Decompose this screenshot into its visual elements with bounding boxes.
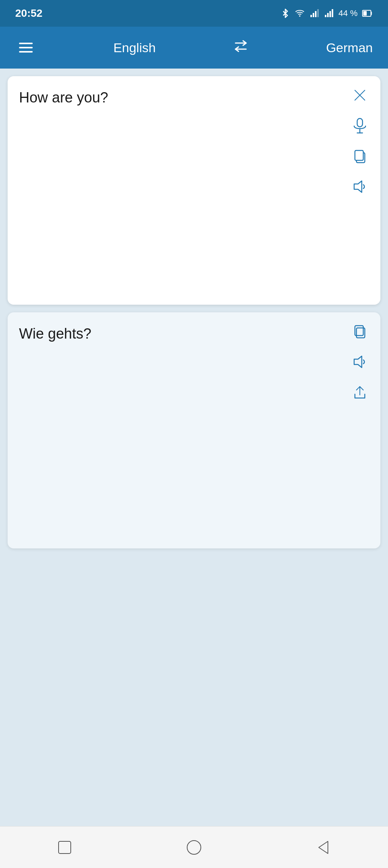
result-card: Wie gehts?: [8, 312, 380, 548]
status-bar: 20:52 44 %: [0, 0, 388, 27]
swap-languages-button[interactable]: [232, 38, 249, 58]
svg-rect-1: [310, 15, 312, 17]
copy-source-button[interactable]: [350, 146, 370, 166]
svg-marker-18: [354, 181, 362, 192]
svg-rect-13: [357, 118, 363, 127]
battery-icon: [362, 9, 373, 18]
nav-bar: [0, 826, 388, 868]
svg-rect-3: [315, 11, 316, 17]
wifi-icon: [294, 9, 305, 18]
main-content: How are you?: [0, 69, 388, 826]
svg-rect-2: [313, 13, 314, 17]
signal2-icon: [324, 9, 334, 18]
microphone-button[interactable]: [350, 116, 370, 136]
svg-point-0: [299, 16, 300, 17]
svg-rect-6: [327, 13, 329, 17]
source-card: How are you?: [8, 76, 380, 305]
speak-source-button[interactable]: [350, 177, 370, 197]
back-button[interactable]: [308, 832, 339, 863]
svg-marker-21: [354, 356, 362, 368]
status-icons: 44 %: [281, 8, 373, 18]
svg-marker-25: [319, 841, 328, 854]
source-language-selector[interactable]: English: [113, 40, 156, 55]
status-time: 20:52: [15, 7, 43, 19]
speak-result-button[interactable]: [350, 352, 370, 372]
svg-rect-8: [332, 9, 333, 17]
toolbar: English German: [0, 27, 388, 69]
result-text: Wie gehts?: [19, 324, 369, 344]
signal1-icon: [310, 9, 320, 18]
svg-rect-10: [363, 11, 367, 16]
result-card-actions: [350, 321, 370, 402]
recent-apps-button[interactable]: [49, 832, 80, 863]
svg-rect-4: [317, 9, 319, 17]
menu-button[interactable]: [15, 39, 37, 56]
copy-result-button[interactable]: [350, 321, 370, 341]
battery-text: 44 %: [339, 8, 358, 18]
source-card-actions: [350, 85, 370, 197]
svg-rect-23: [59, 841, 71, 854]
target-language-selector[interactable]: German: [326, 40, 373, 55]
svg-rect-5: [325, 15, 326, 17]
home-button[interactable]: [179, 832, 209, 863]
share-result-button[interactable]: [350, 382, 370, 402]
source-text[interactable]: How are you?: [19, 88, 369, 108]
bluetooth-icon: [281, 9, 290, 18]
svg-rect-7: [329, 11, 331, 17]
clear-button[interactable]: [350, 85, 370, 105]
svg-rect-17: [355, 150, 363, 160]
svg-point-24: [187, 841, 201, 854]
